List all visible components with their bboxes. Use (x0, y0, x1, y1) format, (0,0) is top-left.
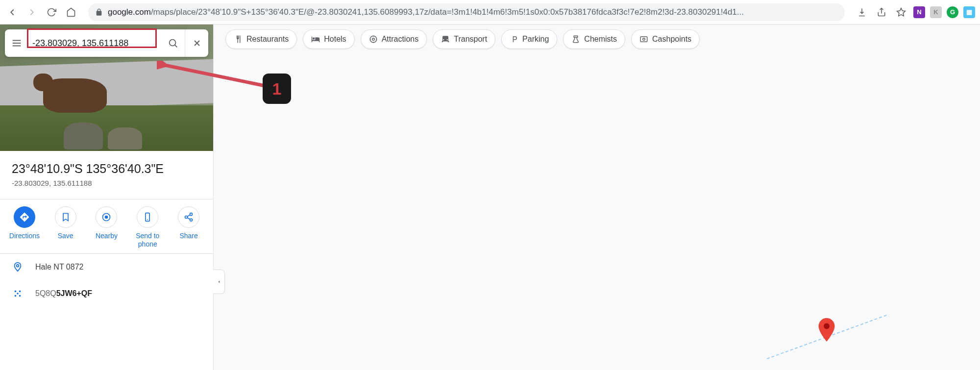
svg-point-15 (19, 290, 21, 292)
transport-icon (441, 35, 450, 44)
chip-label: Transport (454, 35, 487, 44)
svg-point-1 (372, 38, 374, 41)
chip-label: Attractions (382, 35, 419, 44)
chip-chemists[interactable]: Chemists (563, 29, 625, 49)
pluscode-row[interactable]: 5Q8Q5JW6+QF (0, 280, 213, 307)
hotel-icon (311, 35, 320, 44)
back-button[interactable] (5, 5, 20, 20)
chip-label: Parking (522, 35, 549, 44)
map-marker[interactable] (818, 318, 835, 344)
action-label: Send to phone (129, 232, 166, 248)
svg-point-8 (105, 216, 108, 219)
clear-search-button[interactable] (185, 29, 208, 57)
action-label: Share (179, 232, 197, 240)
svg-rect-9 (146, 213, 149, 222)
pin-icon (12, 262, 24, 272)
svg-point-6 (824, 323, 830, 329)
browser-toolbar: google.com/maps/place/23°48'10.9"S+135°3… (0, 0, 980, 25)
svg-rect-4 (640, 37, 647, 42)
send-to-phone-button[interactable]: Send to phone (129, 206, 166, 248)
svg-point-5 (643, 38, 645, 41)
phone-icon (143, 212, 152, 222)
extension-icon[interactable]: K (930, 6, 942, 18)
svg-point-18 (19, 295, 21, 296)
pluscode-text: 5Q8Q5JW6+QF (35, 289, 92, 298)
lock-icon (95, 8, 103, 16)
nearby-button[interactable]: Nearby (88, 206, 125, 248)
reload-button[interactable] (44, 5, 59, 20)
svg-point-11 (185, 216, 188, 219)
search-input[interactable] (28, 38, 161, 49)
chip-attractions[interactable]: Attractions (361, 29, 427, 49)
chip-restaurants[interactable]: Restaurants (225, 29, 297, 49)
save-button[interactable]: Save (47, 206, 84, 248)
annotation-badge: 1 (263, 74, 291, 104)
nearby-icon (101, 212, 111, 222)
chip-label: Chemists (584, 35, 617, 44)
restaurant-icon (234, 35, 243, 44)
svg-point-10 (190, 213, 193, 216)
map-canvas[interactable] (213, 25, 980, 370)
cashpoint-icon (639, 35, 648, 44)
install-app-icon[interactable] (855, 5, 869, 20)
annotation-number: 1 (272, 79, 282, 99)
svg-point-13 (17, 265, 19, 267)
map-road (767, 315, 906, 370)
address-bar[interactable]: google.com/maps/place/23°48'10.9"S+135°3… (88, 3, 845, 21)
place-side-panel: 23°48'10.9"S 135°36'40.3"E -23.803029, 1… (0, 25, 213, 370)
parking-icon (510, 35, 518, 44)
place-subtitle: -23.803029, 135.611188 (12, 179, 201, 187)
chip-parking[interactable]: Parking (501, 29, 557, 49)
chip-label: Hotels (324, 35, 346, 44)
address-row[interactable]: Hale NT 0872 (0, 254, 213, 280)
svg-point-17 (15, 295, 17, 296)
menu-button[interactable] (5, 29, 28, 57)
attractions-icon (369, 35, 378, 44)
action-label: Directions (9, 232, 40, 240)
svg-point-16 (17, 293, 19, 295)
bookmark-icon (61, 212, 71, 222)
svg-point-14 (15, 290, 17, 292)
chip-transport[interactable]: Transport (433, 29, 495, 49)
extension-onenote-icon[interactable]: N (913, 6, 925, 18)
extension-icon[interactable]: ▦ (963, 6, 975, 18)
extension-icons: N K G ▦ (913, 6, 975, 18)
svg-point-12 (190, 219, 193, 221)
close-icon (192, 38, 202, 48)
share-button[interactable]: Share (170, 206, 207, 248)
pluscode-icon (12, 288, 24, 299)
action-label: Nearby (96, 232, 118, 240)
directions-button[interactable]: Directions (6, 206, 43, 248)
svg-point-19 (170, 40, 176, 46)
collapse-panel-button[interactable] (213, 270, 225, 294)
bookmark-star-icon[interactable] (894, 5, 908, 20)
hamburger-icon (11, 38, 22, 49)
chip-hotels[interactable]: Hotels (303, 29, 354, 49)
place-title: 23°48'10.9"S 135°36'40.3"E (12, 162, 201, 176)
category-chips: Restaurants Hotels Attractions Transport… (225, 29, 700, 49)
chemist-icon (571, 35, 580, 44)
chip-label: Restaurants (246, 35, 289, 44)
share-url-icon[interactable] (874, 5, 889, 20)
address-text: Hale NT 0872 (35, 263, 83, 271)
directions-icon (19, 212, 30, 222)
chip-label: Cashpoints (652, 35, 691, 44)
svg-marker-0 (897, 8, 906, 16)
chip-cashpoints[interactable]: Cashpoints (631, 29, 700, 49)
svg-point-2 (370, 36, 377, 43)
place-actions: Directions Save Nearby Send to phone Sha… (0, 199, 213, 254)
forward-button[interactable] (24, 5, 39, 20)
extension-grammarly-icon[interactable]: G (947, 6, 958, 18)
search-icon (168, 38, 178, 49)
search-bar (5, 29, 208, 57)
url-text: google.com/maps/place/23°48'10.9"S+135°3… (108, 7, 838, 17)
search-button[interactable] (161, 29, 185, 57)
home-button[interactable] (64, 5, 78, 20)
action-label: Save (58, 232, 74, 240)
svg-rect-3 (574, 36, 578, 37)
share-icon (184, 212, 194, 222)
